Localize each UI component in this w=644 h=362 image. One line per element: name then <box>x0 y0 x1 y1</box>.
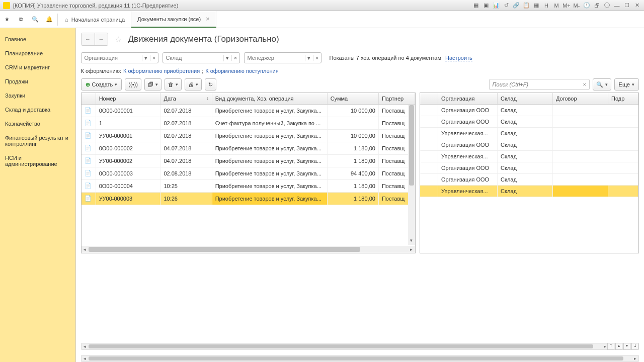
nav-sales[interactable]: Продажи <box>0 74 75 88</box>
scroll-thumb[interactable] <box>89 344 594 348</box>
link-receipt[interactable]: К оформлению поступления <box>205 68 278 74</box>
manager-combo[interactable]: ▾ × <box>244 52 321 63</box>
clear-icon[interactable]: × <box>580 81 589 87</box>
scroll-left-icon[interactable]: ◂ <box>82 247 89 252</box>
col-sum[interactable]: Сумма <box>327 93 378 105</box>
col-type[interactable]: Вид документа, Хоз. операция <box>212 93 327 105</box>
table-row[interactable]: Организация ООО Склад <box>420 162 638 174</box>
scroll-right-icon[interactable]: ▸ <box>408 247 415 252</box>
minimize-icon[interactable]: — <box>613 2 621 9</box>
mem-icon[interactable]: M+ <box>562 2 571 9</box>
scroll-thumb[interactable] <box>89 356 624 360</box>
table-row[interactable]: Управленческая... Склад <box>420 151 638 162</box>
down-button[interactable]: ▾ <box>623 343 630 350</box>
bottom-hscroll-2[interactable]: ◂ ▸ <box>81 355 639 362</box>
manager-input[interactable] <box>245 53 305 63</box>
table-row[interactable]: УУ00-000001 02.07.2018 Приобретение това… <box>82 130 415 142</box>
favorite-icon[interactable]: ★ <box>0 13 14 27</box>
clear-icon[interactable]: × <box>150 55 158 61</box>
sklad-input[interactable] <box>163 53 223 63</box>
table-row[interactable]: УУ00-000002 04.07.2018 Приобретение това… <box>82 155 415 167</box>
table-row[interactable]: Организация ООО Склад <box>420 174 638 186</box>
mem-icon[interactable]: M- <box>573 2 581 9</box>
col-dogovor[interactable]: Договор <box>553 93 608 105</box>
table-row[interactable]: Управленческая... Склад <box>420 128 638 139</box>
mem-icon[interactable]: M <box>552 2 560 9</box>
tab-purchases[interactable]: Документы закупки (все) × <box>131 11 216 28</box>
find-button[interactable]: 🔍▾ <box>593 78 611 90</box>
toolbar-icon[interactable]: 📋 <box>522 2 530 9</box>
nav-main[interactable]: Главное <box>0 32 75 46</box>
col-org[interactable]: Организация <box>438 93 498 105</box>
maximize-icon[interactable]: ☐ <box>623 2 631 9</box>
docs-table[interactable]: Номер Дата↓ Вид документа, Хоз. операция… <box>82 93 415 205</box>
up-button[interactable]: ▴ <box>615 343 622 350</box>
org-combo[interactable]: ▾ × <box>81 52 158 63</box>
table-row[interactable]: 0О00-000001 02.07.2018 Приобретение това… <box>82 105 415 117</box>
nav-purchases[interactable]: Закупки <box>0 88 75 103</box>
horizontal-scrollbar[interactable]: ◂▸ <box>82 246 415 253</box>
table-row[interactable]: Организация ООО Склад <box>420 139 638 151</box>
chevron-down-icon[interactable]: ▾ <box>305 55 313 61</box>
col-icon[interactable] <box>82 93 96 105</box>
toolbar-icon[interactable]: ▣ <box>482 2 490 9</box>
col-partner[interactable]: Партнер <box>378 93 415 105</box>
clear-icon[interactable]: × <box>231 55 239 61</box>
bell-icon[interactable]: 🔔 <box>42 13 56 27</box>
nav-warehouse[interactable]: Склад и доставка <box>0 103 75 117</box>
col-icon[interactable] <box>420 93 438 105</box>
scroll-left-icon[interactable]: ◂ <box>82 344 89 349</box>
tab-close-icon[interactable]: × <box>206 15 210 23</box>
nav-crm[interactable]: CRM и маркетинг <box>0 60 75 74</box>
close-icon[interactable]: ✕ <box>633 2 641 9</box>
forward-button[interactable]: → <box>95 33 108 45</box>
refresh-button[interactable]: ↻ <box>205 78 216 90</box>
link-acquisition[interactable]: К оформлению приобретения <box>123 68 200 74</box>
col-sklad[interactable]: Склад <box>498 93 553 105</box>
col-podr[interactable]: Подр <box>608 93 638 105</box>
sklad-combo[interactable]: ▾ × <box>163 52 240 63</box>
copy-button[interactable]: 🗐▾ <box>144 78 162 90</box>
toolbar-icon[interactable]: ↺ <box>502 2 510 9</box>
window-icon[interactable]: 🗗 <box>593 2 601 9</box>
tab-home[interactable]: ⌂ Начальная страница <box>59 11 131 28</box>
table-row[interactable]: 1 02.07.2018 Счет-фактура полученный, За… <box>82 117 415 130</box>
col-number[interactable]: Номер <box>96 93 160 105</box>
first-button[interactable]: ⤒ <box>607 343 614 350</box>
delete-button[interactable]: 🗑▾ <box>165 78 182 90</box>
history-icon[interactable]: ⧉ <box>14 13 28 27</box>
vertical-scrollbar[interactable]: ▾ <box>408 105 415 245</box>
clock-icon[interactable]: 🕐 <box>583 2 591 9</box>
bottom-hscroll-1[interactable]: ◂ ▸ ⤒ ▴ ▾ ⤓ <box>81 343 639 350</box>
status-button[interactable]: ((•)) <box>125 78 141 90</box>
star-button[interactable]: ☆ <box>112 33 124 45</box>
toolbar-icon[interactable]: ▦ <box>472 2 480 9</box>
create-button[interactable]: ⊕ Создать ▾ <box>81 78 122 90</box>
scroll-thumb[interactable] <box>89 247 360 252</box>
table-row[interactable]: 0О00-000002 04.07.2018 Приобретение това… <box>82 142 415 155</box>
col-date[interactable]: Дата↓ <box>160 93 212 105</box>
toolbar-icon[interactable]: ▦ <box>532 2 540 9</box>
table-row[interactable]: 0О00-000004 10:25 Приобретение товаров и… <box>82 180 415 193</box>
help-icon[interactable]: ⓘ <box>603 2 611 9</box>
table-row[interactable]: Управленческая... Склад <box>420 186 638 197</box>
scroll-thumb[interactable] <box>409 105 414 186</box>
nav-finance[interactable]: Финансовый результат и контроллинг <box>0 131 75 151</box>
table-row[interactable]: УУ00-000003 10:26 Приобретение товаров и… <box>82 193 415 205</box>
nav-planning[interactable]: Планирование <box>0 46 75 60</box>
movements-table[interactable]: Организация Склад Договор Подр Организац… <box>420 93 639 197</box>
toolbar-icon[interactable]: 📊 <box>492 2 500 9</box>
table-row[interactable]: 0О00-000003 02.08.2018 Приобретение това… <box>82 167 415 180</box>
configure-link[interactable]: Настроить <box>445 55 472 61</box>
scroll-right-icon[interactable]: ▸ <box>631 356 638 361</box>
mem-icon[interactable]: H <box>542 2 550 9</box>
more-button[interactable]: Еще ▾ <box>614 78 639 90</box>
search-box[interactable]: × <box>489 79 590 90</box>
back-button[interactable]: ← <box>82 33 95 45</box>
scroll-left-icon[interactable]: ◂ <box>82 356 89 361</box>
print-button[interactable]: 🖨▾ <box>185 78 202 90</box>
toolbar-icon[interactable]: 🔗 <box>512 2 520 9</box>
scroll-down-icon[interactable]: ▾ <box>408 238 415 245</box>
chevron-down-icon[interactable]: ▾ <box>223 55 231 61</box>
chevron-down-icon[interactable]: ▾ <box>142 55 150 61</box>
